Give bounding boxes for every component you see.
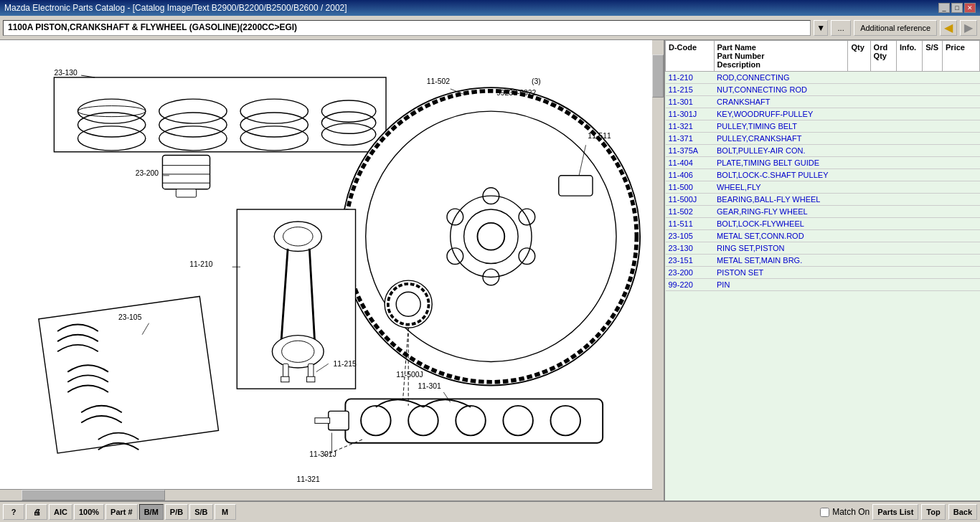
match-on-checkbox[interactable] xyxy=(820,508,829,517)
table-row[interactable]: 11-511BOLT,LOCK-FLYWHEEL xyxy=(666,218,980,230)
svg-rect-49 xyxy=(308,364,314,377)
aic-button[interactable]: AIC xyxy=(49,504,72,520)
header-bar: 1100A PISTON,CRANKSHAFT & FLYWHEEL (GASO… xyxy=(0,16,980,40)
svg-text:11-301J: 11-301J xyxy=(309,450,336,458)
table-row[interactable]: 11-500WHEEL,FLY xyxy=(666,181,980,194)
svg-rect-51 xyxy=(307,376,315,382)
table-row[interactable]: 23-151METAL SET,MAIN BRG. xyxy=(666,255,980,267)
cell-price xyxy=(943,255,980,267)
svg-point-71 xyxy=(550,406,580,436)
svg-text:23-105: 23-105 xyxy=(118,313,142,321)
cell-info xyxy=(896,84,922,96)
horizontal-scrollbar[interactable] xyxy=(0,489,652,500)
dropdown-button[interactable]: ▼ xyxy=(814,20,828,36)
pb-button[interactable]: P/B xyxy=(165,504,188,520)
part-num-button[interactable]: Part # xyxy=(105,504,138,520)
cell-partname: PIN xyxy=(714,279,848,291)
zoom-button[interactable]: 100% xyxy=(74,504,104,520)
parts-table-area: D-Code Part NamePart NumberDescription Q… xyxy=(664,40,980,500)
cell-dcode: 11-511 xyxy=(666,218,715,230)
svg-rect-1 xyxy=(54,77,386,152)
table-row[interactable]: 11-500JBEARING,BALL-FLY WHEEL xyxy=(666,194,980,206)
cell-price xyxy=(943,279,980,291)
svg-text:11-215: 11-215 xyxy=(333,360,357,368)
cell-qty xyxy=(848,145,870,157)
diagram-area[interactable]: 23-130 11-511 11- xyxy=(0,40,664,500)
cell-info xyxy=(896,242,922,255)
parts-list-button[interactable]: Parts List xyxy=(872,504,918,520)
cell-dcode: 11-215 xyxy=(666,84,715,96)
title-bar-controls: _ □ ✕ xyxy=(938,3,976,13)
svg-rect-48 xyxy=(283,364,289,377)
close-button[interactable]: ✕ xyxy=(964,3,976,13)
cell-qty xyxy=(848,279,870,291)
table-row[interactable]: 11-371PULLEY,CRANKSHAFT xyxy=(666,133,980,145)
cell-ss xyxy=(923,206,943,218)
cell-ordqty xyxy=(870,84,896,96)
cell-dcode: 23-151 xyxy=(666,255,715,267)
top-button[interactable]: Top xyxy=(921,504,945,520)
nav-back-button[interactable]: ◀ xyxy=(940,20,957,36)
cell-ordqty xyxy=(870,206,896,218)
cell-info xyxy=(896,157,922,169)
col-header-info: Info. xyxy=(896,41,922,72)
cell-partname: BEARING,BALL-FLY WHEEL xyxy=(714,194,848,206)
match-on-label: Match On xyxy=(832,507,870,517)
svg-text:(3): (3) xyxy=(532,77,541,85)
table-header-row: D-Code Part NamePart NumberDescription Q… xyxy=(666,41,980,72)
table-row[interactable]: 11-406BOLT,LOCK-C.SHAFT PULLEY xyxy=(666,169,980,181)
parts-table-body: 11-210ROD,CONNECTING11-215NUT,CONNECTING… xyxy=(666,72,980,291)
svg-text:11-502: 11-502 xyxy=(427,77,451,85)
cell-ordqty xyxy=(870,169,896,181)
svg-text:11-301: 11-301 xyxy=(418,382,441,390)
table-row[interactable]: 23-105METAL SET,CONN.ROD xyxy=(666,230,980,242)
cell-ss xyxy=(923,108,943,120)
table-row[interactable]: 11-404PLATE,TIMING BELT GUIDE xyxy=(666,157,980,169)
table-row[interactable]: 23-130RING SET,PISTON xyxy=(666,242,980,255)
cell-info xyxy=(896,96,922,108)
cell-partname: PISTON SET xyxy=(714,267,848,279)
cell-ordqty xyxy=(870,108,896,120)
cell-info xyxy=(896,72,922,84)
title-bar: Mazda Electronic Parts Catalog - [Catalo… xyxy=(0,0,980,16)
table-row[interactable]: 11-321PULLEY,TIMING BELT xyxy=(666,120,980,133)
nav-forward-button[interactable]: ▶ xyxy=(960,20,977,36)
back-button[interactable]: Back xyxy=(948,504,977,520)
cell-ss xyxy=(923,230,943,242)
cell-dcode: 11-375A xyxy=(666,145,715,157)
bm-button[interactable]: B/M xyxy=(139,504,164,520)
cell-info xyxy=(896,206,922,218)
help-button[interactable]: ? xyxy=(3,504,24,520)
table-row[interactable]: 11-301JKEY,WOODRUFF-PULLEY xyxy=(666,108,980,120)
cell-partname: KEY,WOODRUFF-PULLEY xyxy=(714,108,848,120)
maximize-button[interactable]: □ xyxy=(951,3,963,13)
cell-info xyxy=(896,133,922,145)
additional-reference-button[interactable]: Additional reference xyxy=(854,20,937,36)
cell-ss xyxy=(923,181,943,194)
vertical-scrollbar[interactable] xyxy=(652,40,664,500)
print-button[interactable]: 🖨 xyxy=(26,504,47,520)
cell-ordqty xyxy=(870,194,896,206)
ellipsis-button[interactable]: ... xyxy=(831,20,851,36)
table-row[interactable]: 11-502GEAR,RING-FLY WHEEL xyxy=(666,206,980,218)
cell-price xyxy=(943,267,980,279)
cell-price xyxy=(943,145,980,157)
cell-ordqty xyxy=(870,242,896,255)
cell-qty xyxy=(848,108,870,120)
cell-ordqty xyxy=(870,157,896,169)
cell-price xyxy=(943,242,980,255)
cell-price xyxy=(943,206,980,218)
table-row[interactable]: 99-220PIN xyxy=(666,279,980,291)
table-row[interactable]: 11-210ROD,CONNECTING xyxy=(666,72,980,84)
svg-text:23-130: 23-130 xyxy=(54,69,77,77)
minimize-button[interactable]: _ xyxy=(938,3,950,13)
cell-qty xyxy=(848,242,870,255)
cell-dcode: 23-200 xyxy=(666,267,715,279)
cell-info xyxy=(896,169,922,181)
table-row[interactable]: 11-215NUT,CONNECTING ROD xyxy=(666,84,980,96)
table-row[interactable]: 23-200PISTON SET xyxy=(666,267,980,279)
sb-button[interactable]: S/B xyxy=(189,504,212,520)
table-row[interactable]: 11-301CRANKSHAFT xyxy=(666,96,980,108)
table-row[interactable]: 11-375ABOLT,PULLEY-AIR CON. xyxy=(666,145,980,157)
m-button[interactable]: M xyxy=(215,504,236,520)
